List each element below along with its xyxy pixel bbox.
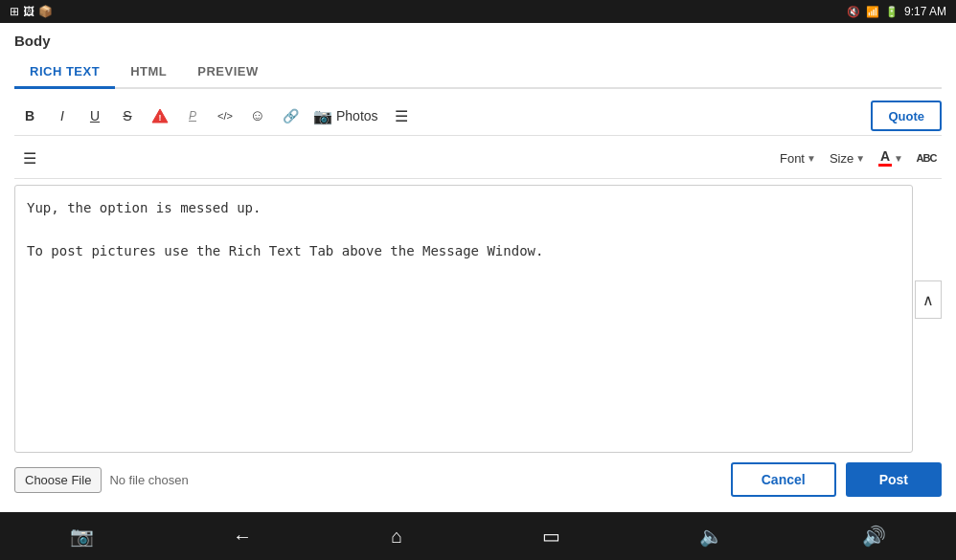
- editor-wrapper: Yup, the option is messed up. To post pi…: [14, 185, 942, 453]
- bottom-bar: Choose File No file chosen Cancel Post: [14, 453, 942, 503]
- status-bar: ⊞ 🖼 📦 🔇 📶 🔋 9:17 AM: [0, 0, 956, 23]
- nav-home-icon[interactable]: ⌂: [383, 518, 410, 555]
- time-display: 9:17 AM: [904, 5, 946, 18]
- photos-button[interactable]: 📷 Photos: [307, 103, 384, 129]
- tab-preview[interactable]: PREVIEW: [182, 56, 273, 89]
- scroll-up-button[interactable]: ∧: [915, 280, 942, 319]
- main-content: Body RICH TEXT HTML PREVIEW B I U S ! P …: [0, 23, 956, 512]
- color-bar: [878, 164, 892, 167]
- file-chooser: Choose File No file chosen: [14, 467, 189, 493]
- spell-label: ABC: [917, 152, 937, 164]
- post-button[interactable]: Post: [846, 462, 942, 497]
- size-dropdown[interactable]: Size ▼: [824, 148, 871, 168]
- body-label: Body: [14, 33, 942, 49]
- quote-button[interactable]: Quote: [871, 101, 942, 131]
- size-label: Size: [830, 151, 854, 166]
- underline-button[interactable]: U: [80, 101, 110, 131]
- font-arrow-icon: ▼: [807, 153, 816, 164]
- font-label: Font: [780, 151, 805, 166]
- wifi-icon: 📶: [866, 6, 879, 18]
- toolbar-row2: ☰ Font ▼ Size ▼ A ▼ ABC: [14, 140, 942, 179]
- tab-html[interactable]: HTML: [115, 56, 182, 89]
- bullet-list-button[interactable]: ☰: [14, 143, 45, 173]
- cancel-button[interactable]: Cancel: [731, 462, 836, 497]
- text-editor[interactable]: Yup, the option is messed up. To post pi…: [14, 185, 913, 453]
- bold-button[interactable]: B: [14, 101, 45, 131]
- code-button[interactable]: </>: [210, 101, 240, 131]
- color-dropdown[interactable]: A ▼: [873, 146, 909, 169]
- color-arrow-icon: ▼: [894, 153, 903, 164]
- tabs-container: RICH TEXT HTML PREVIEW: [14, 56, 942, 89]
- emoji-button[interactable]: ☺: [242, 101, 273, 131]
- warning-button[interactable]: !: [145, 101, 175, 131]
- spellcheck-button[interactable]: ABC: [911, 143, 942, 173]
- color-label: A: [880, 149, 890, 163]
- strikethrough-button[interactable]: S: [112, 101, 143, 131]
- nav-back-icon[interactable]: ←: [225, 518, 260, 555]
- link-button[interactable]: 🔗: [275, 101, 306, 131]
- no-file-label: No file chosen: [109, 473, 188, 487]
- list-button[interactable]: ☰: [386, 101, 417, 131]
- nav-volume-high-icon[interactable]: 🔊: [854, 517, 894, 555]
- status-bar-right: 🔇 📶 🔋 9:17 AM: [847, 5, 946, 18]
- camera-icon: 📷: [313, 107, 332, 125]
- color-indicator: A: [878, 149, 892, 167]
- app-icon-1: ⊞: [10, 5, 19, 18]
- app-icon-2: 🖼: [23, 5, 34, 18]
- size-arrow-icon: ▼: [855, 153, 865, 164]
- status-bar-left: ⊞ 🖼 📦: [10, 5, 53, 18]
- nav-camera-icon[interactable]: 📷: [62, 517, 102, 555]
- nav-volume-low-icon[interactable]: 🔈: [692, 517, 731, 555]
- choose-file-button[interactable]: Choose File: [14, 467, 102, 493]
- tab-rich-text[interactable]: RICH TEXT: [14, 56, 115, 89]
- font-dropdown[interactable]: Font ▼: [774, 148, 822, 168]
- battery-icon: 🔋: [885, 6, 899, 18]
- chevron-up-icon: ∧: [922, 291, 934, 309]
- italic-button[interactable]: I: [47, 101, 78, 131]
- toolbar-row1: B I U S ! P </> ☺ 🔗 📷 Photos ☰ Quote: [14, 97, 942, 136]
- nav-bar: 📷 ← ⌂ ▭ 🔈 🔊: [0, 512, 956, 560]
- warning-icon: !: [151, 108, 169, 123]
- paragraph-button[interactable]: P: [177, 101, 208, 131]
- mute-icon: 🔇: [847, 6, 860, 18]
- app-icon-3: 📦: [38, 5, 53, 18]
- action-buttons: Cancel Post: [731, 462, 942, 497]
- nav-windows-icon[interactable]: ▭: [535, 517, 568, 555]
- svg-text:!: !: [159, 113, 162, 123]
- photos-label: Photos: [336, 108, 378, 123]
